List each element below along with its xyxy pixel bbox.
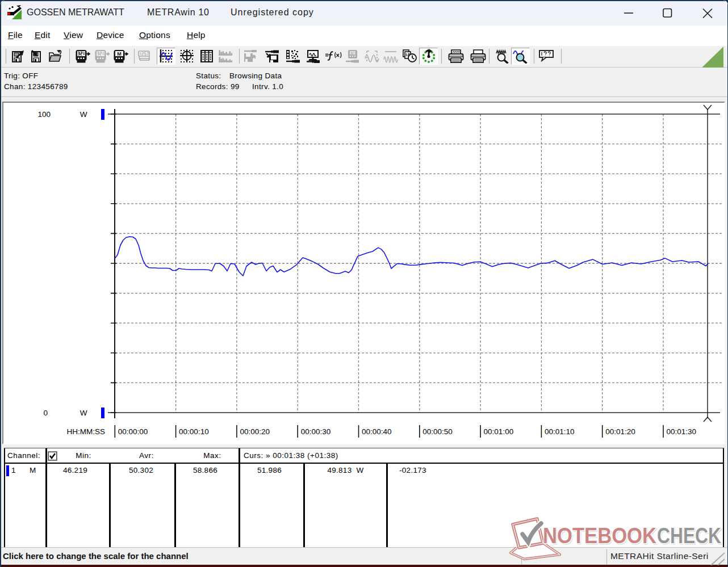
svg-text:00:00:30: 00:00:30 bbox=[301, 427, 331, 436]
svg-text:100: 100 bbox=[37, 110, 51, 119]
svg-text:00:01:30: 00:01:30 bbox=[667, 427, 697, 436]
svg-text:M: M bbox=[117, 51, 122, 57]
svg-text:W: W bbox=[80, 110, 87, 119]
svg-text:00:00:20: 00:00:20 bbox=[240, 427, 270, 436]
svg-text:0: 0 bbox=[43, 409, 48, 417]
svg-text:W: W bbox=[80, 409, 87, 417]
svg-text:HH:MM:SS: HH:MM:SS bbox=[67, 427, 106, 436]
svg-text:00:00:50: 00:00:50 bbox=[422, 427, 453, 436]
svg-text:00:01:10: 00:01:10 bbox=[545, 427, 575, 436]
svg-text:CHECK: CHECK bbox=[657, 524, 721, 548]
svg-text:00:00:40: 00:00:40 bbox=[362, 427, 392, 436]
svg-text:00:00:00: 00:00:00 bbox=[118, 427, 148, 436]
svg-text:00:01:20: 00:01:20 bbox=[605, 427, 635, 436]
svg-text:00:01:00: 00:01:00 bbox=[484, 427, 514, 436]
svg-text:00:00:10: 00:00:10 bbox=[179, 427, 209, 436]
svg-text:NOTEBOOK: NOTEBOOK bbox=[543, 524, 657, 548]
